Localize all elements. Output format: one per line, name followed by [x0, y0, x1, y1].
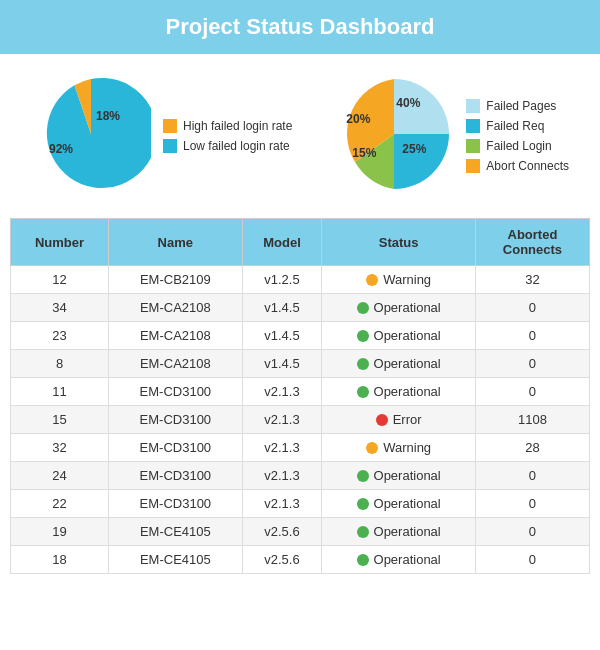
cell-aborted: 32 — [475, 266, 589, 294]
cell-model: v2.1.3 — [242, 406, 322, 434]
col-aborted: AbortedConnects — [475, 219, 589, 266]
status-label: Warning — [383, 440, 431, 455]
cell-aborted: 0 — [475, 350, 589, 378]
cell-aborted: 1108 — [475, 406, 589, 434]
table-row: 24 EM-CD3100 v2.1.3 Operational 0 — [11, 462, 590, 490]
cell-name: EM-CD3100 — [109, 378, 242, 406]
cell-name: EM-CE4105 — [109, 546, 242, 574]
table-header-row: Number Name Model Status AbortedConnects — [11, 219, 590, 266]
cell-number: 22 — [11, 490, 109, 518]
cell-status: Operational — [322, 322, 476, 350]
legend-label-low-failed: Low failed login rate — [183, 139, 290, 153]
legend-label-failed-login: Failed Login — [486, 139, 551, 153]
status-dot-operational — [357, 470, 369, 482]
cell-status: Operational — [322, 462, 476, 490]
cell-number: 19 — [11, 518, 109, 546]
right-pie-chart: 40% 25% 15% 20% — [334, 74, 454, 198]
cell-status: Operational — [322, 350, 476, 378]
table-section: Number Name Model Status AbortedConnects… — [0, 218, 600, 584]
cell-model: v2.1.3 — [242, 378, 322, 406]
status-label: Operational — [374, 328, 441, 343]
table-row: 11 EM-CD3100 v2.1.3 Operational 0 — [11, 378, 590, 406]
status-label: Operational — [374, 552, 441, 567]
status-dot-warning — [366, 442, 378, 454]
cell-number: 11 — [11, 378, 109, 406]
col-model: Model — [242, 219, 322, 266]
cell-aborted: 0 — [475, 462, 589, 490]
cell-aborted: 0 — [475, 294, 589, 322]
legend-color-failed-pages — [466, 99, 480, 113]
table-row: 12 EM-CB2109 v1.2.5 Warning 32 — [11, 266, 590, 294]
legend-color-low-failed — [163, 139, 177, 153]
legend-item-low-failed: Low failed login rate — [163, 139, 292, 153]
cell-model: v2.5.6 — [242, 518, 322, 546]
cell-status: Operational — [322, 490, 476, 518]
legend-item-high-failed: High failed login rate — [163, 119, 292, 133]
cell-model: v1.4.5 — [242, 350, 322, 378]
legend-item-abort-connects: Abort Connects — [466, 159, 569, 173]
status-dot-warning — [366, 274, 378, 286]
status-dot-operational — [357, 554, 369, 566]
right-pie-label-2: 25% — [402, 142, 426, 156]
cell-name: EM-CB2109 — [109, 266, 242, 294]
cell-model: v2.1.3 — [242, 462, 322, 490]
cell-status: Warning — [322, 434, 476, 462]
charts-section: 18% 92% High failed login rate Low faile… — [0, 54, 600, 218]
cell-status: Operational — [322, 294, 476, 322]
status-dot-operational — [357, 386, 369, 398]
cell-status: Operational — [322, 546, 476, 574]
status-label: Error — [393, 412, 422, 427]
legend-color-high-failed — [163, 119, 177, 133]
left-pie-label-1: 18% — [96, 109, 120, 123]
status-label: Operational — [374, 384, 441, 399]
cell-name: EM-CA2108 — [109, 322, 242, 350]
legend-label-failed-pages: Failed Pages — [486, 99, 556, 113]
cell-aborted: 0 — [475, 322, 589, 350]
cell-aborted: 0 — [475, 378, 589, 406]
status-label: Operational — [374, 468, 441, 483]
cell-status: Warning — [322, 266, 476, 294]
status-dot-operational — [357, 302, 369, 314]
status-dot-error — [376, 414, 388, 426]
cell-name: EM-CD3100 — [109, 434, 242, 462]
table-row: 34 EM-CA2108 v1.4.5 Operational 0 — [11, 294, 590, 322]
legend-item-failed-pages: Failed Pages — [466, 99, 569, 113]
right-pie-label-1: 40% — [396, 96, 420, 110]
cell-model: v1.4.5 — [242, 294, 322, 322]
table-row: 8 EM-CA2108 v1.4.5 Operational 0 — [11, 350, 590, 378]
table-row: 18 EM-CE4105 v2.5.6 Operational 0 — [11, 546, 590, 574]
page-title: Project Status Dashboard — [166, 14, 435, 39]
right-pie-legend: Failed Pages Failed Req Failed Login Abo… — [466, 99, 569, 173]
cell-name: EM-CD3100 — [109, 462, 242, 490]
table-row: 19 EM-CE4105 v2.5.6 Operational 0 — [11, 518, 590, 546]
left-pie-label-2: 92% — [49, 142, 73, 156]
cell-number: 18 — [11, 546, 109, 574]
table-row: 15 EM-CD3100 v2.1.3 Error 1108 — [11, 406, 590, 434]
cell-model: v2.1.3 — [242, 434, 322, 462]
cell-aborted: 0 — [475, 490, 589, 518]
cell-number: 23 — [11, 322, 109, 350]
status-table: Number Name Model Status AbortedConnects… — [10, 218, 590, 574]
legend-color-failed-login — [466, 139, 480, 153]
cell-name: EM-CD3100 — [109, 490, 242, 518]
cell-number: 12 — [11, 266, 109, 294]
legend-item-failed-login: Failed Login — [466, 139, 569, 153]
right-chart-container: 40% 25% 15% 20% Failed Pages Failed Req … — [334, 74, 569, 198]
legend-label-high-failed: High failed login rate — [183, 119, 292, 133]
cell-number: 24 — [11, 462, 109, 490]
cell-aborted: 0 — [475, 546, 589, 574]
cell-model: v2.1.3 — [242, 490, 322, 518]
right-pie-label-4: 20% — [346, 112, 370, 126]
table-row: 23 EM-CA2108 v1.4.5 Operational 0 — [11, 322, 590, 350]
cell-status: Error — [322, 406, 476, 434]
col-name: Name — [109, 219, 242, 266]
col-number: Number — [11, 219, 109, 266]
table-row: 22 EM-CD3100 v2.1.3 Operational 0 — [11, 490, 590, 518]
cell-model: v2.5.6 — [242, 546, 322, 574]
status-label: Operational — [374, 496, 441, 511]
status-dot-operational — [357, 358, 369, 370]
cell-name: EM-CD3100 — [109, 406, 242, 434]
col-status: Status — [322, 219, 476, 266]
left-pie-chart: 18% 92% — [31, 74, 151, 198]
legend-color-failed-req — [466, 119, 480, 133]
